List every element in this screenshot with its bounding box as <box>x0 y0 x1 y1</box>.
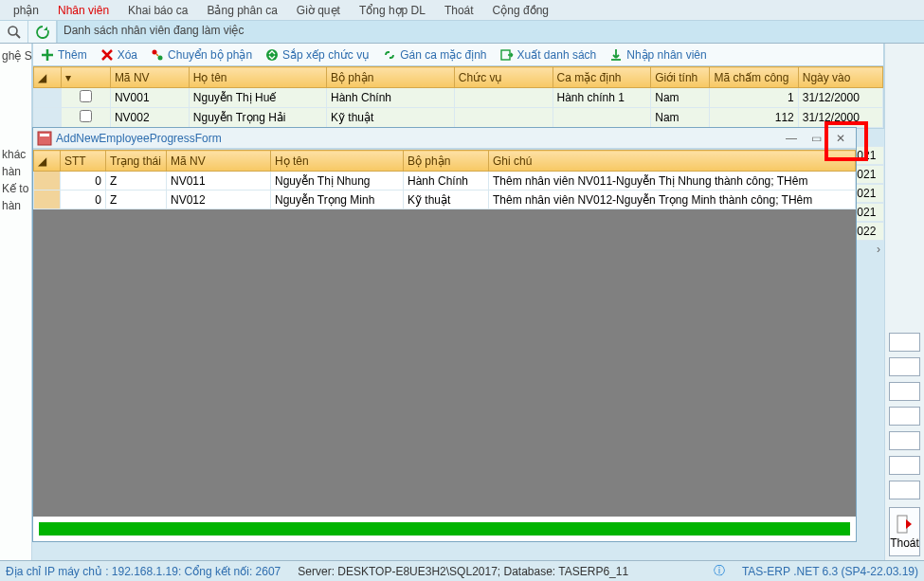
col-checkbox[interactable]: ▾ <box>62 67 111 88</box>
close-button[interactable]: ✕ <box>829 131 852 146</box>
row-checkbox[interactable] <box>62 88 111 108</box>
progress-grid: ◢ STT Trạng thái Mã NV Họ tên Bộ phận Gh… <box>33 149 856 209</box>
menu-item-thoat[interactable]: Thoát <box>435 1 483 20</box>
text-field[interactable] <box>889 357 920 376</box>
text-field[interactable] <box>889 481 920 499</box>
row-indicator <box>34 88 62 108</box>
col-indicator[interactable]: ◢ <box>34 67 62 88</box>
sort-role-button[interactable]: Sắp xếp chức vụ <box>260 46 375 64</box>
col-camacdinh[interactable]: Ca mặc định <box>553 67 651 88</box>
dialog-body <box>33 209 856 517</box>
exit-label: Thoát <box>890 536 919 550</box>
cell-hoten: Nguyễn Trọng Minh <box>271 191 404 209</box>
col-chucvu[interactable]: Chức vụ <box>454 67 553 88</box>
form-icon <box>37 131 52 146</box>
assign-shift-label: Gán ca mặc định <box>400 48 486 62</box>
export-button[interactable]: Xuất danh sách <box>495 46 603 64</box>
cell-hoten: Nguyễn Trọng Hải <box>189 108 326 128</box>
cell-manv: NV001 <box>110 88 189 108</box>
toolbar: Danh sách nhân viên đang làm việc <box>0 21 924 44</box>
action-bar: Thêm Xóa Chuyển bộ phận Sắp xếp chức vụ … <box>32 44 884 66</box>
left-frag-4: hàn <box>2 197 29 214</box>
list-title: Danh sách nhân viên đang làm việc <box>58 21 924 43</box>
cell-chucvu <box>454 108 553 128</box>
dialog-titlebar[interactable]: AddNewEmployeeProgressForm — ▭ ✕ <box>33 128 856 149</box>
menu-item-congdong[interactable]: Cộng đồng <box>483 1 558 20</box>
menu-item-gioquet[interactable]: Giờ quẹt <box>287 1 350 20</box>
menu-item-bophan[interactable]: phận <box>4 1 48 20</box>
col-hoten[interactable]: Họ tên <box>271 151 404 172</box>
cell-camacdinh <box>553 108 651 128</box>
delete-button[interactable]: Xóa <box>95 46 143 64</box>
table-row[interactable]: NV001 Nguyễn Thị Huế Hành Chính Hành chí… <box>34 88 883 108</box>
sort-role-label: Sắp xếp chức vụ <box>282 48 370 62</box>
row-indicator <box>34 108 62 128</box>
table-row[interactable]: 0 Z NV011 Nguyễn Thị Nhung Hành Chính Th… <box>34 172 856 191</box>
move-dept-button[interactable]: Chuyển bộ phận <box>145 46 258 64</box>
status-app: TAS-ERP .NET 6.3 (SP4-22.03.19) <box>742 565 918 578</box>
col-machamcong[interactable]: Mã chấm công <box>710 67 798 88</box>
plus-icon <box>41 48 54 62</box>
col-ghichu[interactable]: Ghi chú <box>489 151 856 172</box>
cell-trangthai: Z <box>106 172 167 191</box>
cell-chucvu <box>454 88 553 108</box>
left-sidebar: ghệ Số A khác hàn Kế to hàn <box>0 44 32 560</box>
col-trangthai[interactable]: Trạng thái <box>106 151 167 172</box>
left-frag-3: Kế to <box>2 180 29 197</box>
row-indicator <box>34 172 61 191</box>
cell-bophan: Kỹ thuật <box>404 191 489 209</box>
col-indicator[interactable]: ◢ <box>34 151 61 172</box>
cell-ngayvao: 31/12/2000 <box>798 108 882 128</box>
minimize-button[interactable]: — <box>780 131 803 146</box>
menu-item-tonghopdl[interactable]: Tổng hợp DL <box>350 1 435 20</box>
text-field[interactable] <box>889 407 920 426</box>
add-button[interactable]: Thêm <box>35 46 93 64</box>
right-panel: Thoát <box>884 44 924 560</box>
menu-item-bangphanca[interactable]: Bảng phân ca <box>197 1 286 20</box>
cell-gioitinh: Nam <box>651 88 710 108</box>
export-icon <box>500 48 514 62</box>
refresh-button[interactable] <box>28 21 57 43</box>
text-field[interactable] <box>889 456 920 475</box>
import-label: Nhập nhân viên <box>626 48 706 62</box>
progress-bar <box>39 522 850 536</box>
info-icon: ⓘ <box>714 563 725 579</box>
search-button[interactable] <box>0 21 28 43</box>
right-fields <box>885 329 924 503</box>
status-ip: Địa chỉ IP máy chủ : 192.168.1.19: Cổng … <box>6 565 281 578</box>
left-frag-2: hàn <box>2 163 29 180</box>
svg-point-0 <box>9 27 17 35</box>
text-field[interactable] <box>889 431 920 450</box>
transfer-icon <box>151 48 164 62</box>
svg-rect-8 <box>40 134 49 136</box>
import-icon <box>609 48 623 62</box>
exit-button[interactable]: Thoát <box>889 507 920 556</box>
menu-item-nhanvien[interactable]: Nhân viên <box>48 1 118 20</box>
col-hoten[interactable]: Họ tên <box>189 67 326 88</box>
col-bophan[interactable]: Bộ phận <box>404 151 489 172</box>
import-button[interactable]: Nhập nhân viên <box>604 46 712 64</box>
maximize-button[interactable]: ▭ <box>805 131 827 146</box>
col-manv[interactable]: Mã NV <box>110 67 189 88</box>
col-ngayvao[interactable]: Ngày vào <box>798 67 882 88</box>
cell-stt: 0 <box>61 172 106 191</box>
left-frag-0: ghệ Số A <box>2 47 29 64</box>
menu-item-khaibaoca[interactable]: Khai báo ca <box>118 1 197 20</box>
assign-shift-button[interactable]: Gán ca mặc định <box>377 46 492 64</box>
col-gioitinh[interactable]: Giới tính <box>651 67 710 88</box>
cell-manv: NV011 <box>167 172 271 191</box>
table-row[interactable]: NV002 Nguyễn Trọng Hải Kỹ thuật Nam 112 … <box>34 108 883 128</box>
row-checkbox[interactable] <box>62 108 111 128</box>
text-field[interactable] <box>889 382 920 401</box>
col-manv[interactable]: Mã NV <box>167 151 271 172</box>
link-icon <box>383 48 396 62</box>
col-bophan[interactable]: Bộ phận <box>327 67 455 88</box>
table-row[interactable]: 0 Z NV012 Nguyễn Trọng Minh Kỹ thuật Thê… <box>34 191 856 209</box>
cell-ghichu: Thêm nhân viên NV012-Nguyễn Trọng Minh t… <box>489 191 856 209</box>
col-stt[interactable]: STT <box>61 151 106 172</box>
svg-point-2 <box>153 49 157 54</box>
cell-machamcong: 1 <box>710 88 798 108</box>
cell-camacdinh: Hành chính 1 <box>553 88 651 108</box>
text-field[interactable] <box>889 333 920 352</box>
left-frag-1: khác <box>2 146 29 163</box>
